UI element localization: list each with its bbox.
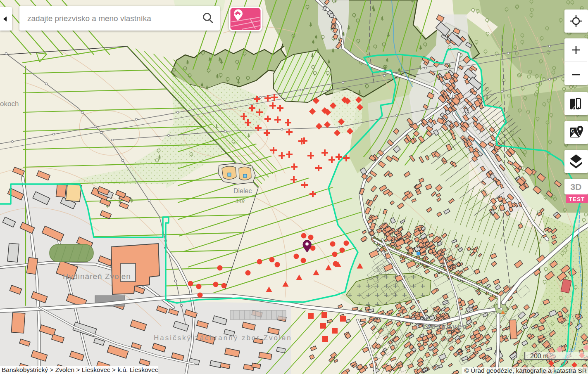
svg-text:Hydináreň Zvolen: Hydináreň Zvolen bbox=[63, 272, 131, 281]
svg-text:G: G bbox=[571, 128, 575, 133]
svg-text:© Úrad geodézie, kartografie a: © Úrad geodézie, kartografie a katastra … bbox=[464, 367, 587, 374]
svg-text:Lieskovec: Lieskovec bbox=[422, 322, 468, 331]
svg-text:Banskobystrický > Zvolen > Lie: Banskobystrický > Zvolen > Lieskovec > k… bbox=[2, 366, 158, 373]
svg-text:okoch: okoch bbox=[0, 100, 19, 108]
svg-text:348: 348 bbox=[236, 198, 245, 204]
svg-text:TEST: TEST bbox=[569, 196, 585, 202]
svg-text:Dielec: Dielec bbox=[233, 187, 252, 194]
svg-text:3D: 3D bbox=[571, 182, 582, 192]
svg-text:Hasičský záchranný zbor Zvolen: Hasičský záchranný zbor Zvolen bbox=[154, 334, 292, 342]
svg-text:zadajte priezvisko a meno vlas: zadajte priezvisko a meno vlastníka bbox=[27, 14, 151, 23]
svg-text:200 m: 200 m bbox=[530, 353, 548, 360]
